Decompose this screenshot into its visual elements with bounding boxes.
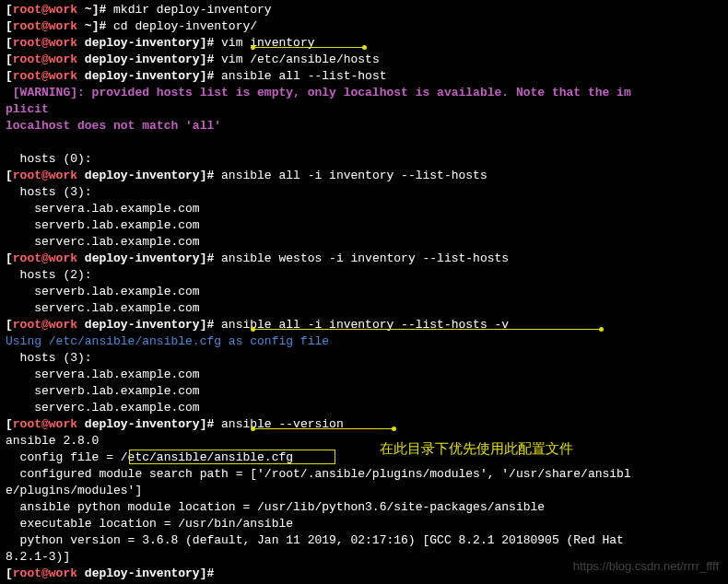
terminal-line: servera.lab.example.com <box>0 367 728 383</box>
terminal-line: [root@work deploy-inventory]# ansible we… <box>0 251 728 267</box>
terminal-line: config file = /etc/ansible/ansible.cfg <box>0 450 728 466</box>
terminal-line: hosts (3): <box>0 184 728 201</box>
terminal-line <box>0 134 728 151</box>
terminal-line: [root@work deploy-inventory]# vim invent… <box>0 35 728 52</box>
terminal-output: [root@work ~]# mkdir deploy-inventory[ro… <box>0 2 728 582</box>
terminal-line: serverc.lab.example.com <box>0 400 728 416</box>
terminal-line: servera.lab.example.com <box>0 201 728 217</box>
terminal-line: plicit <box>0 101 728 118</box>
terminal-line: [root@work deploy-inventory]# ansible al… <box>0 168 728 184</box>
terminal-line: serverb.lab.example.com <box>0 284 728 300</box>
terminal-line: serverb.lab.example.com <box>0 217 728 234</box>
terminal-line: Using /etc/ansible/ansible.cfg as config… <box>0 333 728 350</box>
terminal-line: python version = 3.6.8 (default, Jan 11 … <box>0 532 728 549</box>
terminal-line: ansible python module location = /usr/li… <box>0 499 728 516</box>
terminal-line: [root@work deploy-inventory]# ansible --… <box>0 416 728 433</box>
terminal-line: e/plugins/modules'] <box>0 483 728 499</box>
terminal-line: serverb.lab.example.com <box>0 383 728 400</box>
terminal-line: hosts (0): <box>0 151 728 168</box>
terminal-line: [root@work ~]# cd deploy-inventory/ <box>0 18 728 35</box>
terminal-line: [root@work deploy-inventory]# ansible al… <box>0 317 728 333</box>
terminal-line: [WARNING]: provided hosts list is empty,… <box>0 85 728 101</box>
terminal-line: hosts (3): <box>0 350 728 367</box>
terminal-line: configured module search path = ['/root/… <box>0 466 728 483</box>
terminal-line: [root@work deploy-inventory]# ansible al… <box>0 68 728 85</box>
terminal-line: [root@work deploy-inventory]# <box>0 566 728 582</box>
terminal-line: 8.2.1-3)] <box>0 549 728 566</box>
terminal-line: ansible 2.8.0 <box>0 433 728 450</box>
terminal-line: [root@work ~]# mkdir deploy-inventory <box>0 2 728 18</box>
terminal-line: [root@work deploy-inventory]# vim /etc/a… <box>0 52 728 68</box>
terminal-line: executable location = /usr/bin/ansible <box>0 516 728 532</box>
terminal-line: localhost does not match 'all' <box>0 118 728 134</box>
terminal-line: serverc.lab.example.com <box>0 234 728 251</box>
terminal-line: hosts (2): <box>0 267 728 284</box>
terminal-line: serverc.lab.example.com <box>0 300 728 317</box>
